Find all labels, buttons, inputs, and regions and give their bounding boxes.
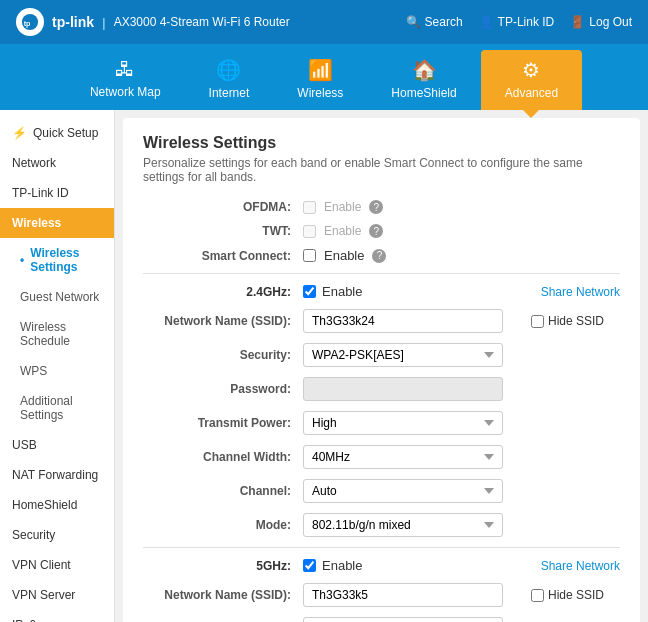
channel-24-select[interactable]: Auto: [303, 479, 503, 503]
twt-row: TWT: Enable ?: [143, 224, 620, 238]
mode-24-row: Mode: 802.11b/g/n mixed: [143, 513, 620, 537]
smart-connect-help-icon[interactable]: ?: [372, 249, 386, 263]
top-bar: tp tp-link | AX3000 4-Stream Wi-Fi 6 Rou…: [0, 0, 648, 44]
sidebar-item-additional-settings[interactable]: Additional Settings: [0, 386, 114, 430]
sidebar-item-wireless[interactable]: Wireless: [0, 208, 114, 238]
transmit-power-24-row: Transmit Power: High: [143, 411, 620, 435]
tplink-id-button[interactable]: 👤 TP-Link ID: [479, 15, 555, 29]
nav-homeshield-label: HomeShield: [391, 86, 456, 100]
separator: |: [102, 15, 106, 30]
smart-connect-enable-label: Enable: [324, 248, 364, 263]
page-title: Wireless Settings: [143, 134, 620, 152]
nav-internet[interactable]: 🌐 Internet: [185, 50, 274, 110]
band24-label: 2.4GHz:: [143, 285, 303, 299]
sidebar-item-nat-forwarding[interactable]: NAT Forwarding: [0, 460, 114, 490]
brand-name: tp-link: [52, 14, 94, 30]
internet-icon: 🌐: [216, 58, 241, 82]
nav-bar: 🖧 Network Map 🌐 Internet 📶 Wireless 🏠 Ho…: [0, 44, 648, 110]
channel-width-24-label: Channel Width:: [143, 450, 303, 464]
nav-network-map[interactable]: 🖧 Network Map: [66, 50, 185, 110]
sidebar-item-quick-setup[interactable]: ⚡ Quick Setup: [0, 118, 114, 148]
password-24-row: Password:: [143, 377, 620, 401]
band5-label: 5GHz:: [143, 559, 303, 573]
band5-checkbox[interactable]: [303, 559, 316, 572]
content-area: Wireless Settings Personalize settings f…: [123, 118, 640, 622]
hide-ssid-5-checkbox[interactable]: [531, 589, 544, 602]
sidebar-item-security[interactable]: Security: [0, 520, 114, 550]
search-button[interactable]: 🔍 Search: [406, 15, 463, 29]
sidebar: ⚡ Quick Setup Network TP-Link ID Wireles…: [0, 110, 115, 622]
ssid-24-row: Network Name (SSID): Hide SSID: [143, 309, 620, 333]
ssid-5-row: Network Name (SSID): Hide SSID: [143, 583, 620, 607]
security-5-select[interactable]: WPA2-PSK[AES]: [303, 617, 503, 622]
ofdma-checkbox[interactable]: [303, 201, 316, 214]
top-actions: 🔍 Search 👤 TP-Link ID 🚪 Log Out: [406, 15, 632, 29]
security-24-row: Security: WPA2-PSK[AES]: [143, 343, 620, 367]
sidebar-item-wireless-settings[interactable]: • Wireless Settings: [0, 238, 114, 282]
smart-connect-row: Smart Connect: Enable ?: [143, 248, 620, 263]
security-5-row: Security: WPA2-PSK[AES]: [143, 617, 620, 622]
ssid-24-input[interactable]: [303, 309, 503, 333]
tp-link-logo: tp: [16, 8, 44, 36]
smart-connect-label: Smart Connect:: [143, 249, 303, 263]
channel-width-24-select[interactable]: 40MHz: [303, 445, 503, 469]
svg-text:tp: tp: [24, 19, 31, 28]
security-24-value: WPA2-PSK[AES]: [303, 343, 620, 367]
sidebar-item-tplink-id[interactable]: TP-Link ID: [0, 178, 114, 208]
band5-enable-label: Enable: [322, 558, 362, 573]
sidebar-item-vpn-server[interactable]: VPN Server: [0, 580, 114, 610]
advanced-icon: ⚙: [522, 58, 540, 82]
main-layout: ⚡ Quick Setup Network TP-Link ID Wireles…: [0, 110, 648, 622]
model-name: AX3000 4-Stream Wi-Fi 6 Router: [114, 15, 290, 29]
nav-advanced[interactable]: ⚙ Advanced: [481, 50, 582, 110]
transmit-power-24-label: Transmit Power:: [143, 416, 303, 430]
channel-width-24-value: 40MHz: [303, 445, 620, 469]
hide-ssid-24-label: Hide SSID: [548, 314, 604, 328]
password-24-input[interactable]: [303, 377, 503, 401]
sidebar-item-vpn-client[interactable]: VPN Client: [0, 550, 114, 580]
sidebar-item-network[interactable]: Network: [0, 148, 114, 178]
smart-connect-checkbox[interactable]: [303, 249, 316, 262]
ofdma-help-icon[interactable]: ?: [369, 200, 383, 214]
twt-help-icon[interactable]: ?: [369, 224, 383, 238]
nav-homeshield[interactable]: 🏠 HomeShield: [367, 50, 480, 110]
hide-ssid-24-area: Hide SSID: [531, 314, 604, 328]
share-network-24-link[interactable]: Share Network: [541, 285, 620, 299]
hide-ssid-24-checkbox[interactable]: [531, 315, 544, 328]
mode-24-select[interactable]: 802.11b/g/n mixed: [303, 513, 503, 537]
transmit-power-24-select[interactable]: High: [303, 411, 503, 435]
smart-connect-value: Enable ?: [303, 248, 620, 263]
network-map-icon: 🖧: [115, 58, 135, 81]
mode-24-label: Mode:: [143, 518, 303, 532]
ofdma-value: Enable ?: [303, 200, 620, 214]
nav-advanced-label: Advanced: [505, 86, 558, 100]
band5-header-row: 5GHz: Enable Share Network: [143, 558, 620, 573]
security-24-select[interactable]: WPA2-PSK[AES]: [303, 343, 503, 367]
brand: tp tp-link | AX3000 4-Stream Wi-Fi 6 Rou…: [16, 8, 290, 36]
logout-button[interactable]: 🚪 Log Out: [570, 15, 632, 29]
sidebar-item-homeshield[interactable]: HomeShield: [0, 490, 114, 520]
sidebar-item-usb[interactable]: USB: [0, 430, 114, 460]
sidebar-item-wps[interactable]: WPS: [0, 356, 114, 386]
logout-icon: 🚪: [570, 15, 585, 29]
wireless-icon: 📶: [308, 58, 333, 82]
ssid-5-value: Hide SSID: [303, 583, 620, 607]
hide-ssid-5-label: Hide SSID: [548, 588, 604, 602]
search-icon: 🔍: [406, 15, 421, 29]
sidebar-item-guest-network[interactable]: Guest Network: [0, 282, 114, 312]
nav-wireless-label: Wireless: [297, 86, 343, 100]
ssid-24-label: Network Name (SSID):: [143, 314, 303, 328]
ofdma-row: OFDMA: Enable ?: [143, 200, 620, 214]
channel-width-24-row: Channel Width: 40MHz: [143, 445, 620, 469]
nav-wireless[interactable]: 📶 Wireless: [273, 50, 367, 110]
ssid-5-input[interactable]: [303, 583, 503, 607]
ssid-5-label: Network Name (SSID):: [143, 588, 303, 602]
twt-checkbox[interactable]: [303, 225, 316, 238]
band24-checkbox[interactable]: [303, 285, 316, 298]
sidebar-item-wireless-schedule[interactable]: Wireless Schedule: [0, 312, 114, 356]
share-network-5-link[interactable]: Share Network: [541, 559, 620, 573]
ofdma-enable-label: Enable: [324, 200, 361, 214]
sidebar-item-ipv6[interactable]: IPv6: [0, 610, 114, 622]
nav-network-map-label: Network Map: [90, 85, 161, 99]
band24-header-row: 2.4GHz: Enable Share Network: [143, 284, 620, 299]
